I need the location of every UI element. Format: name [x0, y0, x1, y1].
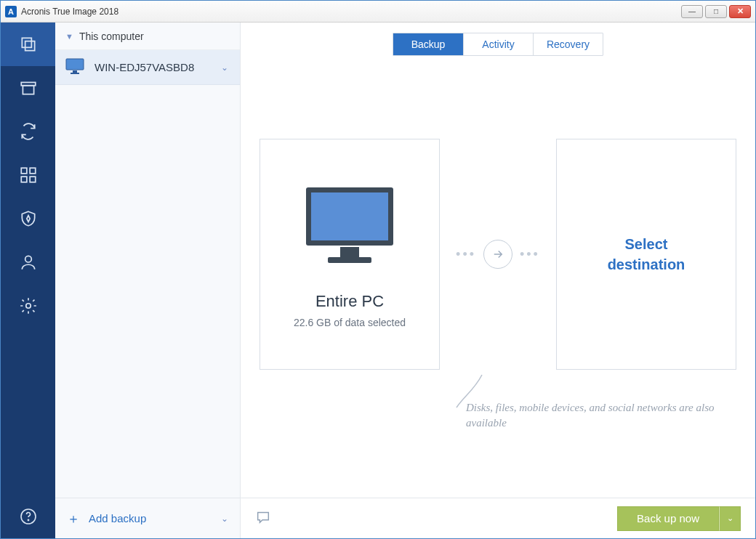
- nav-protection[interactable]: [1, 197, 55, 240]
- svg-rect-4: [21, 168, 27, 174]
- svg-point-8: [25, 256, 31, 262]
- tab-recovery[interactable]: Recovery: [533, 33, 603, 55]
- backup-list-pane: ▼ This computer WIN-EDJ57VASBD8 ⌄ ＋ Add …: [55, 23, 241, 538]
- arrow-indicator: ••• •••: [440, 240, 556, 269]
- svg-rect-14: [71, 73, 79, 74]
- minimize-button[interactable]: —: [681, 5, 703, 18]
- nav-sync[interactable]: [1, 110, 55, 153]
- tab-backup[interactable]: Backup: [393, 33, 463, 55]
- source-title: Entire PC: [315, 292, 384, 311]
- grid-icon: [19, 166, 38, 185]
- content-area: Entire PC 22.6 GB of data selected ••• •…: [241, 59, 755, 498]
- source-subtitle: 22.6 GB of data selected: [294, 317, 406, 328]
- tab-activity[interactable]: Activity: [463, 33, 533, 55]
- svg-rect-3: [23, 86, 33, 94]
- list-header[interactable]: ▼ This computer: [55, 23, 240, 50]
- backup-now-button-group: Back up now ⌄: [617, 506, 741, 531]
- svg-rect-16: [311, 192, 388, 240]
- nav-settings[interactable]: [1, 284, 55, 328]
- hint-text: Disks, files, mobile devices, and social…: [466, 400, 728, 431]
- main-pane: Backup Activity Recovery Entire PC 22.6 …: [241, 23, 755, 538]
- help-icon: [20, 508, 37, 525]
- destination-card[interactable]: Select destination: [556, 139, 736, 370]
- user-icon: [19, 253, 38, 272]
- svg-rect-6: [21, 177, 27, 182]
- backup-item-label: WIN-EDJ57VASBD8: [94, 61, 194, 73]
- monitor-large-icon: [295, 180, 404, 275]
- backup-icon: [19, 35, 38, 54]
- main-footer: Back up now ⌄: [241, 498, 755, 538]
- dest-line2: destination: [608, 256, 685, 272]
- chevron-down-icon: ▼: [65, 32, 73, 41]
- svg-rect-1: [25, 41, 34, 51]
- sync-icon: [19, 122, 38, 141]
- svg-point-11: [28, 519, 28, 520]
- nav-tools[interactable]: [1, 153, 55, 197]
- backup-now-button[interactable]: Back up now: [617, 506, 719, 531]
- nav-archive[interactable]: [1, 66, 55, 110]
- close-button[interactable]: ✕: [729, 5, 751, 18]
- dots-icon: •••: [520, 247, 540, 262]
- svg-rect-5: [30, 168, 36, 174]
- nav-help[interactable]: [1, 495, 55, 538]
- svg-rect-18: [328, 257, 371, 263]
- svg-rect-17: [340, 247, 359, 257]
- archive-icon: [19, 78, 38, 97]
- gear-icon: [19, 296, 38, 315]
- monitor-icon: [65, 58, 84, 76]
- source-card[interactable]: Entire PC 22.6 GB of data selected: [260, 139, 440, 370]
- maximize-button[interactable]: □: [705, 5, 727, 18]
- app-icon: A: [5, 6, 17, 17]
- backup-now-dropdown[interactable]: ⌄: [719, 506, 741, 531]
- nav-rail: [1, 23, 55, 538]
- window-titlebar: A Acronis True Image 2018 — □ ✕: [1, 1, 755, 23]
- arrow-circle-icon: [483, 240, 512, 269]
- list-header-label: This computer: [79, 31, 144, 42]
- add-backup-button[interactable]: ＋ Add backup: [67, 510, 146, 527]
- svg-rect-13: [73, 70, 77, 73]
- plus-icon: ＋: [67, 510, 80, 527]
- svg-point-9: [25, 304, 31, 309]
- backup-list-item[interactable]: WIN-EDJ57VASBD8 ⌄: [55, 50, 240, 85]
- add-backup-label: Add backup: [89, 512, 146, 524]
- dots-icon: •••: [456, 247, 476, 262]
- nav-account[interactable]: [1, 240, 55, 284]
- chevron-down-icon[interactable]: ⌄: [221, 62, 228, 73]
- nav-backup[interactable]: [1, 23, 55, 66]
- svg-rect-0: [22, 38, 31, 47]
- svg-rect-7: [30, 177, 36, 182]
- svg-rect-12: [66, 59, 84, 70]
- comment-button[interactable]: [255, 509, 271, 528]
- list-footer: ＋ Add backup ⌄: [55, 498, 240, 538]
- shield-icon: [19, 209, 38, 228]
- chevron-down-icon[interactable]: ⌄: [221, 514, 228, 524]
- dest-line1: Select: [625, 236, 668, 252]
- tab-bar: Backup Activity Recovery: [241, 23, 755, 59]
- window-title: Acronis True Image 2018: [21, 7, 681, 17]
